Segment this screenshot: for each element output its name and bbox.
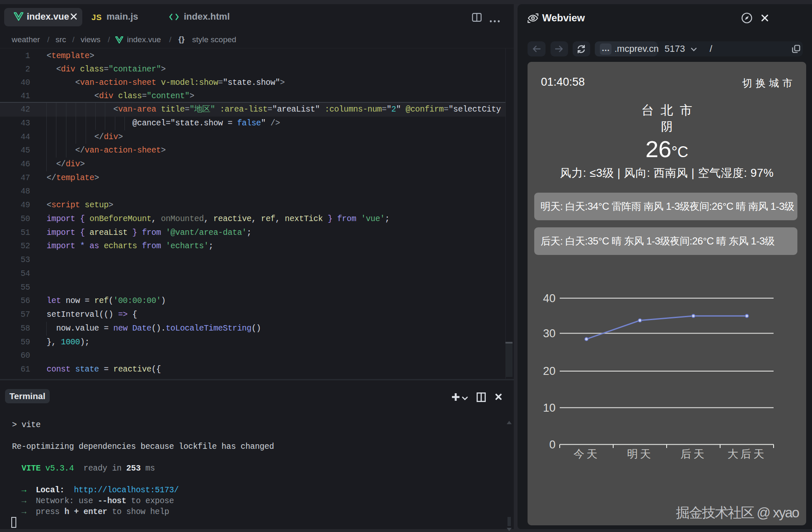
- svg-text:20: 20: [543, 365, 556, 377]
- svg-text:0: 0: [549, 438, 556, 451]
- svg-text:10: 10: [543, 401, 556, 414]
- svg-text:后天: 后天: [680, 448, 706, 460]
- svg-text:今天: 今天: [573, 448, 599, 460]
- svg-text:大后天: 大后天: [728, 448, 766, 460]
- svg-text:明天: 明天: [627, 448, 653, 460]
- svg-text:30: 30: [543, 327, 556, 339]
- svg-text:40: 40: [543, 292, 556, 304]
